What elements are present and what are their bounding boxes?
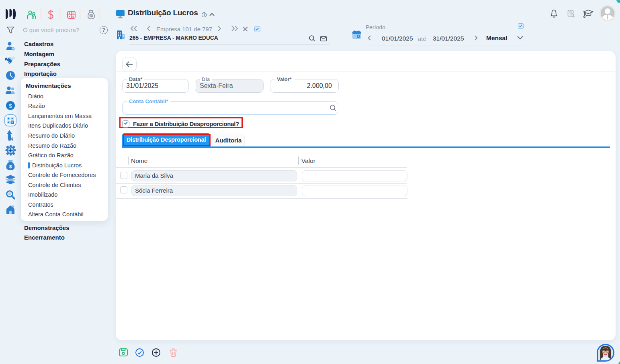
svg-text:$: $ [9, 164, 11, 169]
svg-text:$: $ [90, 14, 92, 18]
svg-text:$: $ [8, 102, 12, 109]
